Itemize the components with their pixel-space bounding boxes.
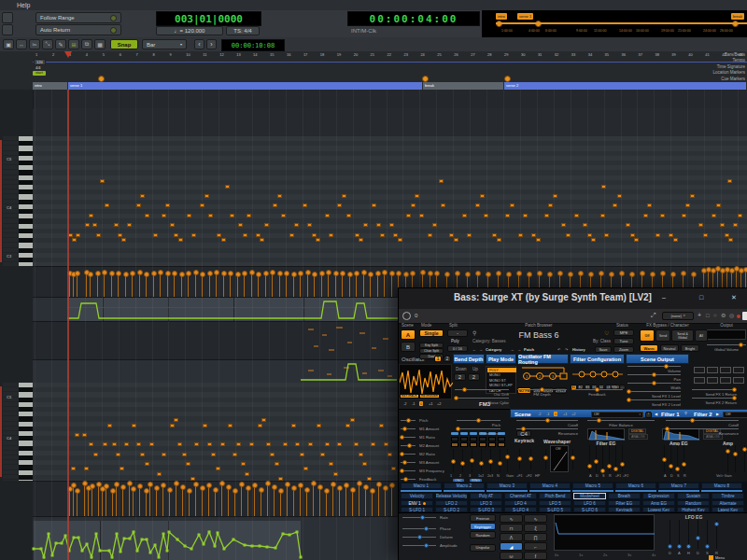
midi-note[interactable]	[604, 233, 609, 237]
velocity-lollipop[interactable]	[291, 485, 297, 491]
fx-grid-slot[interactable]	[694, 367, 705, 373]
midi-note[interactable]	[337, 203, 342, 207]
macro-button[interactable]: Macro 2	[444, 483, 485, 489]
midi-note[interactable]	[217, 233, 221, 237]
midi-note[interactable]	[261, 418, 266, 422]
velocity-lollipop[interactable]	[233, 488, 238, 494]
midi-note[interactable]	[105, 203, 109, 207]
velocity-lollipop[interactable]	[226, 484, 232, 490]
midi-note[interactable]	[236, 442, 241, 446]
lfo-eg-handle[interactable]	[696, 536, 700, 540]
midi-note[interactable]	[204, 194, 209, 198]
midi-note[interactable]	[716, 203, 721, 207]
velocity-lollipop[interactable]	[670, 272, 676, 277]
mod-source-velocity[interactable]: Velocity	[401, 493, 433, 499]
velocity-lollipop[interactable]	[277, 271, 283, 276]
midi-note[interactable]	[249, 442, 254, 446]
velocity-lollipop[interactable]	[109, 271, 115, 276]
velocity-lollipop[interactable]	[285, 482, 290, 487]
velocity-lollipop[interactable]	[193, 270, 199, 275]
velocity-lollipop[interactable]	[206, 483, 212, 488]
velocity-lollipop[interactable]	[324, 488, 330, 494]
lfo-eg-handle[interactable]	[714, 522, 719, 526]
velocity-lollipop[interactable]	[137, 270, 143, 275]
midi-note[interactable]	[439, 179, 444, 183]
waveshaper-display[interactable]: Off	[550, 445, 569, 472]
midi-note[interactable]	[120, 467, 124, 470]
lfo-trigger-freerun[interactable]: Freerun	[470, 514, 496, 522]
filter-eg-routing[interactable]: +F2	[623, 474, 628, 478]
midi-note[interactable]	[275, 462, 279, 466]
velocity-lollipop[interactable]	[410, 271, 416, 276]
time-signature-button[interactable]: TS: 4/4	[226, 26, 260, 35]
velocity-lollipop[interactable]	[180, 484, 186, 490]
slider-send-fx-1-level[interactable]	[627, 391, 681, 392]
velocity-lollipop[interactable]	[256, 272, 261, 277]
midi-note[interactable]	[243, 233, 247, 237]
slider-handle[interactable]	[402, 460, 407, 465]
character-neutral-button[interactable]: Neutral	[660, 344, 679, 352]
slider-handle[interactable]	[400, 469, 404, 473]
midi-note[interactable]	[230, 214, 234, 217]
velocity-lollipop[interactable]	[547, 272, 553, 277]
retrigger-tag[interactable]: RETRIGGER	[420, 395, 439, 398]
fx-bypass-send[interactable]: Send	[655, 329, 670, 342]
vslider-handle[interactable]	[517, 456, 522, 461]
mixer-mute-button[interactable]	[460, 437, 468, 441]
midi-note[interactable]	[103, 442, 107, 446]
velocity-lollipop[interactable]	[640, 271, 645, 276]
velocity-lollipop[interactable]	[278, 488, 284, 494]
midi-note[interactable]	[256, 233, 261, 237]
velocity-lollipop[interactable]	[242, 271, 247, 276]
add-preset-button[interactable]: +	[698, 312, 701, 318]
midi-note[interactable]	[492, 233, 497, 237]
midi-note[interactable]	[669, 233, 673, 237]
midi-note[interactable]	[165, 203, 170, 207]
midi-note[interactable]	[536, 238, 541, 242]
edit-point-clock[interactable]: 00:00:10:08	[221, 39, 285, 51]
velocity-lollipop[interactable]	[291, 272, 297, 277]
edit-tool-button[interactable]: ↔	[16, 39, 27, 49]
vslider-handle[interactable]	[600, 469, 605, 473]
vslider-handle[interactable]	[505, 455, 510, 459]
oscillator-tab-2[interactable]: 2	[444, 356, 451, 362]
velocity-lollipop[interactable]	[681, 271, 686, 276]
mod-source-timbre[interactable]: Timbre	[712, 493, 744, 499]
midi-note[interactable]	[371, 442, 375, 446]
midi-note[interactable]	[643, 214, 648, 217]
velocity-lollipop[interactable]	[311, 481, 317, 486]
arrangement-row[interactable]: introverse 1breakverse 2	[0, 82, 747, 90]
fx-grid-slot[interactable]	[694, 377, 705, 384]
midi-note[interactable]	[112, 442, 117, 446]
mixer-solo-button[interactable]	[488, 442, 496, 447]
midi-note[interactable]	[308, 442, 313, 446]
bypass-icon[interactable]	[402, 312, 411, 320]
mod-source-lfo-6[interactable]: LFO 6	[573, 500, 606, 506]
midi-note[interactable]	[317, 424, 321, 427]
slider-phase[interactable]	[402, 528, 436, 529]
midi-note[interactable]	[325, 442, 330, 446]
mod-source-sustain[interactable]: Sustain	[677, 493, 710, 499]
velocity-lollipop[interactable]	[200, 485, 205, 491]
midi-note[interactable]	[191, 233, 196, 237]
mod-source-amp-eg[interactable]: Amp EG	[642, 500, 675, 506]
vslider-handle[interactable]	[726, 449, 730, 454]
velocity-lollipop[interactable]	[578, 271, 584, 276]
velocity-lollipop[interactable]	[420, 270, 426, 275]
midi-note[interactable]	[720, 223, 725, 227]
slider-send-fx-1-return[interactable]	[692, 389, 737, 390]
midi-note[interactable]	[544, 214, 549, 217]
midi-note[interactable]	[238, 223, 243, 227]
undo-icon[interactable]: ↶	[557, 348, 560, 352]
midi-note[interactable]	[419, 214, 424, 217]
midi-note[interactable]	[121, 238, 126, 242]
keytrack-routing-label[interactable]: +F1	[516, 474, 523, 478]
midi-note[interactable]	[510, 203, 514, 207]
midi-note[interactable]	[316, 238, 320, 242]
piano-keys-lower[interactable]	[19, 383, 33, 481]
tempo-button[interactable]: ♩= 120.000	[156, 26, 223, 35]
midi-note[interactable]	[561, 223, 566, 227]
midi-note[interactable]	[220, 442, 225, 446]
velocity-lollipop[interactable]	[114, 482, 120, 487]
keytrack-routing-label[interactable]: HP	[535, 474, 540, 478]
